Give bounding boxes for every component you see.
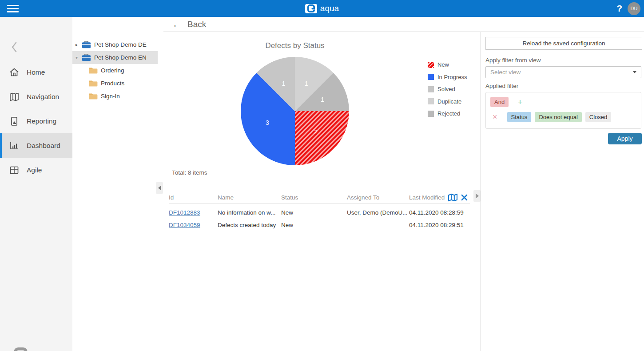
pie-slice-new[interactable]	[295, 111, 349, 165]
chart-title: Defects by Status	[237, 41, 353, 50]
chart-legend: New In Progress Solved Duplicate Rejecte…	[428, 61, 467, 117]
column-header-name[interactable]: Name	[218, 194, 281, 201]
legend-swatch-rejected	[428, 111, 434, 117]
back-arrow-icon[interactable]: ←	[172, 19, 182, 30]
applied-filter-box: And + × Status Does not equal Closed	[485, 92, 641, 129]
tree-item-label: Products	[101, 80, 124, 87]
legend-item-solved[interactable]: Solved	[428, 86, 467, 92]
total-items-label: Total: 8 items	[172, 169, 207, 176]
defect-status: New	[281, 209, 347, 216]
sidebar-item-label: Agile	[27, 166, 42, 174]
legend-item-in-progress[interactable]: In Progress	[428, 74, 467, 80]
sidebar-footer-brand: aqua	[13, 347, 53, 351]
legend-item-rejected[interactable]: Rejected	[428, 110, 467, 117]
sidebar-item-label: Dashboard	[27, 142, 60, 150]
sidebar-item-navigation[interactable]: Navigation	[0, 84, 72, 109]
tree-item-pet-shop-demo-de[interactable]: ▸ Pet Shop Demo DE	[72, 38, 158, 51]
project-briefcase-icon	[82, 41, 91, 48]
pie-slice-value: 1	[321, 96, 324, 103]
defect-status: New	[281, 222, 347, 228]
remove-filter-icon[interactable]: ×	[493, 112, 497, 122]
legend-item-duplicate[interactable]: Duplicate	[428, 98, 467, 105]
sidebar-item-label: Navigation	[27, 93, 59, 101]
defect-assigned-to: User, Demo (DemoU...	[347, 209, 409, 216]
pie-slice-value: 1	[282, 80, 285, 87]
footer-brand-name: aqua	[32, 349, 53, 351]
sidebar-item-agile[interactable]: Agile	[0, 158, 72, 182]
column-header-last-modified[interactable]: Last Modified	[409, 194, 445, 201]
folder-icon	[88, 67, 98, 74]
defect-name: No information on w...	[218, 209, 281, 216]
column-header-id[interactable]: Id	[169, 194, 218, 201]
sidebar-item-label: Reporting	[27, 117, 56, 125]
tree-item-products[interactable]: Products	[72, 77, 158, 90]
table-header-row: Id Name Status Assigned To Last Modified	[169, 192, 470, 203]
user-avatar[interactable]: DU	[628, 2, 640, 15]
project-tree: ▸ Pet Shop Demo DE ▾ Pet Shop Demo EN Or…	[72, 17, 163, 351]
aqua-footer-logo-icon	[13, 347, 28, 351]
close-table-icon[interactable]	[461, 194, 468, 201]
defects-table: Id Name Status Assigned To Last Modified…	[169, 192, 470, 231]
add-filter-icon[interactable]: +	[518, 97, 523, 107]
legend-swatch-in-progress	[428, 74, 434, 80]
collapse-left-arrow[interactable]	[156, 182, 163, 194]
tree-item-ordering[interactable]: Ordering	[72, 64, 158, 77]
sidebar-item-reporting[interactable]: Reporting	[0, 109, 72, 133]
filter-field-chip[interactable]: Status	[507, 112, 532, 122]
folder-icon	[88, 92, 98, 100]
column-header-assigned-to[interactable]: Assigned To	[347, 194, 409, 201]
expander-collapsed-icon[interactable]: ▸	[76, 42, 81, 47]
chevron-down-icon	[633, 71, 636, 73]
tree-item-label: Sign-In	[101, 93, 120, 100]
table-row[interactable]: DF1012883 No information on w... New Use…	[169, 206, 470, 219]
defects-by-status-pie-chart: 23111	[237, 53, 353, 169]
filter-value-chip[interactable]: Closed	[585, 112, 611, 122]
view-select-dropdown[interactable]: Select view	[485, 66, 641, 78]
legend-swatch-solved	[428, 86, 434, 92]
apply-button[interactable]: Apply	[608, 133, 642, 144]
configuration-panel: Reload the saved configuration Apply fil…	[481, 32, 644, 351]
open-in-navigation-map-icon[interactable]	[448, 193, 458, 202]
back-header: ← Back	[163, 17, 644, 32]
folder-icon	[88, 80, 98, 87]
filter-condition-chip[interactable]: Does not equal	[535, 112, 581, 122]
report-document-icon	[9, 116, 20, 127]
help-icon[interactable]: ?	[616, 3, 622, 14]
brand-name: aqua	[320, 4, 339, 13]
home-icon	[9, 67, 20, 78]
grid-board-icon	[9, 165, 20, 176]
applied-filter-label: Applied filter	[485, 83, 642, 89]
topbar: aqua ? DU	[0, 0, 644, 17]
collapse-sidebar-icon[interactable]	[11, 41, 18, 55]
map-icon	[9, 92, 20, 102]
defect-name: Defects created today	[218, 222, 281, 228]
back-button[interactable]: Back	[187, 20, 206, 29]
tree-item-label: Pet Shop Demo DE	[94, 41, 147, 48]
table-row[interactable]: DF1034059 Defects created today New 04.1…	[169, 219, 470, 231]
sidebar-item-home[interactable]: Home	[0, 60, 72, 84]
sidebar: Home Navigation Reporting Dashboard Agil…	[0, 17, 72, 351]
collapse-right-arrow[interactable]	[473, 190, 481, 202]
column-header-status[interactable]: Status	[281, 194, 347, 201]
sidebar-item-dashboard[interactable]: Dashboard	[0, 133, 72, 158]
reload-configuration-button[interactable]: Reload the saved configuration	[485, 37, 642, 50]
project-briefcase-icon	[82, 54, 91, 61]
tree-item-pet-shop-demo-en[interactable]: ▾ Pet Shop Demo EN	[72, 51, 158, 64]
tree-item-label: Ordering	[101, 67, 124, 74]
filter-operator-chip[interactable]: And	[490, 97, 509, 107]
legend-item-new[interactable]: New	[428, 61, 467, 68]
defect-id-link[interactable]: DF1034059	[169, 222, 200, 228]
brand: aqua	[0, 0, 644, 17]
bar-chart-icon	[9, 140, 20, 151]
legend-swatch-duplicate	[428, 98, 434, 104]
pie-slice-value: 2	[314, 128, 318, 136]
app-window: aqua ? DU Home Navigation Reporti	[0, 0, 644, 351]
sidebar-item-label: Home	[27, 68, 45, 76]
legend-swatch-new	[428, 62, 434, 68]
expander-expanded-icon[interactable]: ▾	[76, 55, 81, 60]
select-placeholder: Select view	[490, 69, 521, 76]
tree-item-sign-in[interactable]: Sign-In	[72, 90, 158, 103]
apply-filter-from-view-label: Apply filter from view	[485, 57, 642, 64]
pie-slice-value: 1	[305, 80, 308, 87]
defect-id-link[interactable]: DF1012883	[169, 209, 200, 216]
